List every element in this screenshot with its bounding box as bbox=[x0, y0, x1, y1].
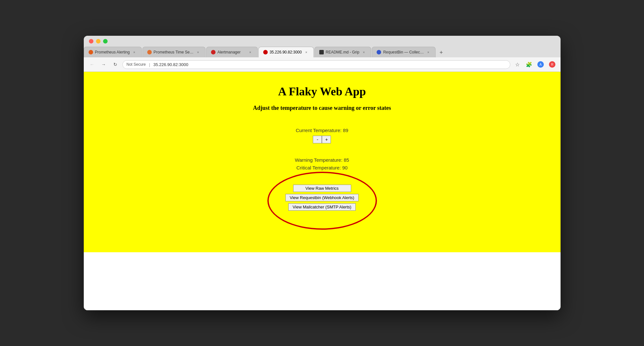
tab-favicon bbox=[263, 50, 268, 54]
tab-close-icon[interactable]: × bbox=[426, 50, 431, 55]
view-requestbin-button[interactable]: View Requestbin (Webhook Alerts) bbox=[285, 194, 358, 201]
address-input[interactable]: Not Secure | 35.226.90.82:3000 bbox=[122, 60, 510, 69]
tab-prometheus-alerting[interactable]: Prometheus Alerting × bbox=[84, 47, 142, 57]
tab-label: Prometheus Alerting bbox=[95, 50, 130, 54]
tab-label: README.md - Grip bbox=[326, 50, 360, 54]
critical-threshold-label: Critical Temperature: 90 bbox=[295, 164, 349, 172]
tab-close-icon[interactable]: × bbox=[248, 50, 253, 55]
forward-button[interactable]: → bbox=[99, 60, 108, 69]
tab-requestbin[interactable]: RequestBin — Collec… × bbox=[372, 47, 436, 57]
reload-button[interactable]: ↻ bbox=[111, 60, 120, 69]
svg-text:A: A bbox=[539, 63, 542, 66]
page-subtitle: Adjust the temperature to cause warning … bbox=[253, 105, 391, 111]
tabs-bar: Prometheus Alerting × Prometheus Time Se… bbox=[84, 47, 561, 57]
browser-window: Prometheus Alerting × Prometheus Time Se… bbox=[84, 36, 561, 310]
temperature-section: Current Temperature: 89 - + bbox=[296, 128, 348, 150]
tab-close-icon[interactable]: × bbox=[196, 50, 201, 55]
page-content: A Flaky Web App Adjust the temperature t… bbox=[84, 72, 561, 252]
close-button[interactable] bbox=[89, 39, 93, 43]
tab-label: 35.226.90.82:3000 bbox=[270, 50, 302, 54]
action-buttons: View Raw Metrics View Requestbin (Webhoo… bbox=[285, 185, 358, 211]
toolbar-icons: ☆ 🧩 A R bbox=[513, 60, 557, 69]
temperature-controls: - + bbox=[296, 136, 348, 143]
tab-close-icon[interactable]: × bbox=[132, 50, 137, 55]
profile-icon[interactable]: A bbox=[536, 60, 545, 69]
not-secure-label: Not Secure bbox=[127, 62, 146, 67]
tab-readme[interactable]: README.md - Grip × bbox=[314, 47, 371, 57]
address-bar: ← → ↻ Not Secure | 35.226.90.82:3000 ☆ 🧩… bbox=[84, 57, 561, 72]
title-bar: Prometheus Alerting × Prometheus Time Se… bbox=[84, 36, 561, 57]
thresholds-section: Warning Temperature: 85 Critical Tempera… bbox=[295, 156, 349, 172]
separator: | bbox=[149, 62, 150, 67]
traffic-lights bbox=[84, 39, 561, 47]
tab-label: Alertmanager bbox=[217, 50, 246, 54]
minimize-button[interactable] bbox=[96, 39, 101, 43]
tab-ip-active[interactable]: 35.226.90.82:3000 × bbox=[258, 47, 314, 57]
temperature-label: Current Temperature: 89 bbox=[296, 128, 348, 133]
tab-close-icon[interactable]: × bbox=[361, 50, 366, 55]
increase-temperature-button[interactable]: + bbox=[322, 136, 331, 143]
tab-label: Prometheus Time Se… bbox=[154, 50, 194, 54]
bookmark-icon[interactable]: ☆ bbox=[513, 60, 522, 69]
menu-icon[interactable]: R bbox=[548, 60, 557, 69]
svg-text:R: R bbox=[551, 63, 553, 66]
view-raw-metrics-button[interactable]: View Raw Metrics bbox=[293, 185, 351, 192]
back-button[interactable]: ← bbox=[88, 60, 97, 69]
tab-favicon bbox=[377, 50, 381, 54]
page-title: A Flaky Web App bbox=[278, 85, 366, 98]
tab-label: RequestBin — Collec… bbox=[383, 50, 424, 54]
extensions-icon[interactable]: 🧩 bbox=[524, 60, 533, 69]
tab-close-icon[interactable]: × bbox=[304, 50, 309, 55]
decrease-temperature-button[interactable]: - bbox=[313, 136, 322, 143]
address-text: 35.226.90.82:3000 bbox=[153, 62, 188, 67]
tab-favicon bbox=[89, 50, 93, 54]
tab-favicon bbox=[147, 50, 152, 54]
annotated-buttons-section: View Raw Metrics View Requestbin (Webhoo… bbox=[258, 185, 387, 211]
tab-alertmanager[interactable]: Alertmanager × bbox=[206, 47, 258, 57]
tab-prometheus-time[interactable]: Prometheus Time Se… × bbox=[142, 47, 206, 57]
view-mailcatcher-button[interactable]: View Mailcatcher (SMTP Alerts) bbox=[288, 203, 355, 211]
new-tab-button[interactable]: + bbox=[436, 49, 446, 57]
tab-favicon bbox=[211, 50, 216, 54]
tab-favicon bbox=[319, 50, 324, 54]
white-section bbox=[84, 252, 561, 310]
warning-threshold-label: Warning Temperature: 85 bbox=[295, 156, 349, 164]
maximize-button[interactable] bbox=[103, 39, 108, 43]
